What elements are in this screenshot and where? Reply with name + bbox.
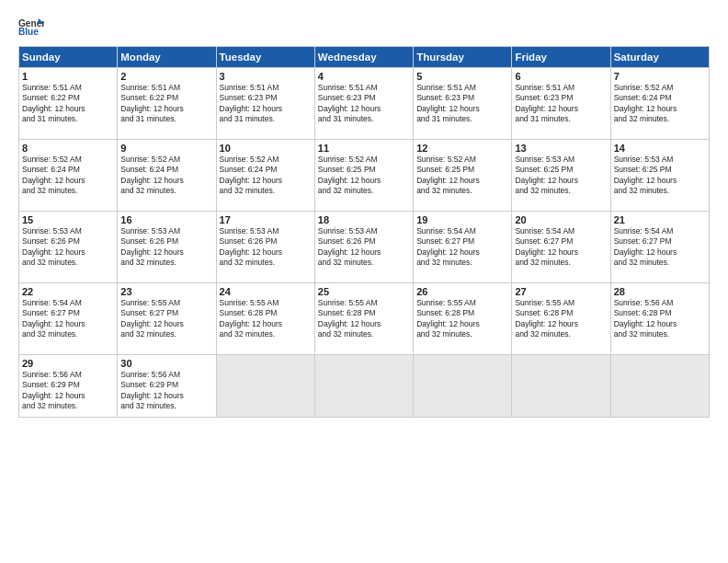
table-row: 30Sunrise: 5:56 AMSunset: 6:29 PMDayligh… — [118, 355, 216, 418]
svg-text:Blue: Blue — [18, 27, 39, 37]
logo-icon: General Blue — [18, 17, 44, 37]
header-monday: Monday — [118, 47, 216, 68]
table-row: 22Sunrise: 5:54 AMSunset: 6:27 PMDayligh… — [19, 283, 118, 355]
table-row: 11Sunrise: 5:52 AMSunset: 6:25 PMDayligh… — [314, 140, 413, 212]
logo: General Blue — [18, 17, 48, 37]
table-row — [512, 355, 610, 418]
weekday-header-row: Sunday Monday Tuesday Wednesday Thursday… — [19, 47, 710, 68]
table-row: 17Sunrise: 5:53 AMSunset: 6:26 PMDayligh… — [216, 212, 314, 283]
table-row: 8Sunrise: 5:52 AMSunset: 6:24 PMDaylight… — [19, 140, 118, 212]
table-row: 21Sunrise: 5:54 AMSunset: 6:27 PMDayligh… — [610, 212, 709, 283]
table-row: 5Sunrise: 5:51 AMSunset: 6:23 PMDaylight… — [414, 68, 512, 140]
table-row: 19Sunrise: 5:54 AMSunset: 6:27 PMDayligh… — [414, 212, 512, 283]
header-wednesday: Wednesday — [314, 47, 413, 68]
header-sunday: Sunday — [19, 47, 118, 68]
calendar-page: General Blue Sunday Monday Tuesday Wedne… — [0, 0, 728, 563]
table-row: 28Sunrise: 5:56 AMSunset: 6:28 PMDayligh… — [610, 283, 709, 355]
table-row: 18Sunrise: 5:53 AMSunset: 6:26 PMDayligh… — [314, 212, 413, 283]
table-row: 7Sunrise: 5:52 AMSunset: 6:24 PMDaylight… — [610, 68, 709, 140]
table-row — [314, 355, 413, 418]
table-row — [216, 355, 314, 418]
table-row: 29Sunrise: 5:56 AMSunset: 6:29 PMDayligh… — [19, 355, 118, 418]
header-thursday: Thursday — [414, 47, 512, 68]
table-row: 1Sunrise: 5:51 AMSunset: 6:22 PMDaylight… — [19, 68, 118, 140]
table-row: 2Sunrise: 5:51 AMSunset: 6:22 PMDaylight… — [118, 68, 216, 140]
table-row: 4Sunrise: 5:51 AMSunset: 6:23 PMDaylight… — [314, 68, 413, 140]
calendar-week-row: 8Sunrise: 5:52 AMSunset: 6:24 PMDaylight… — [19, 140, 710, 212]
table-row: 15Sunrise: 5:53 AMSunset: 6:26 PMDayligh… — [19, 212, 118, 283]
table-row: 3Sunrise: 5:51 AMSunset: 6:23 PMDaylight… — [216, 68, 314, 140]
table-row: 9Sunrise: 5:52 AMSunset: 6:24 PMDaylight… — [118, 140, 216, 212]
table-row: 6Sunrise: 5:51 AMSunset: 6:23 PMDaylight… — [512, 68, 610, 140]
header: General Blue — [18, 17, 710, 37]
table-row: 27Sunrise: 5:55 AMSunset: 6:28 PMDayligh… — [512, 283, 610, 355]
table-row — [610, 355, 709, 418]
calendar-table: Sunday Monday Tuesday Wednesday Thursday… — [18, 46, 710, 418]
table-row: 20Sunrise: 5:54 AMSunset: 6:27 PMDayligh… — [512, 212, 610, 283]
table-row: 26Sunrise: 5:55 AMSunset: 6:28 PMDayligh… — [414, 283, 512, 355]
header-saturday: Saturday — [610, 47, 709, 68]
table-row: 14Sunrise: 5:53 AMSunset: 6:25 PMDayligh… — [610, 140, 709, 212]
table-row: 10Sunrise: 5:52 AMSunset: 6:24 PMDayligh… — [216, 140, 314, 212]
calendar-week-row: 29Sunrise: 5:56 AMSunset: 6:29 PMDayligh… — [19, 355, 710, 418]
table-row: 12Sunrise: 5:52 AMSunset: 6:25 PMDayligh… — [414, 140, 512, 212]
calendar-week-row: 1Sunrise: 5:51 AMSunset: 6:22 PMDaylight… — [19, 68, 710, 140]
table-row: 16Sunrise: 5:53 AMSunset: 6:26 PMDayligh… — [118, 212, 216, 283]
calendar-week-row: 15Sunrise: 5:53 AMSunset: 6:26 PMDayligh… — [19, 212, 710, 283]
header-tuesday: Tuesday — [216, 47, 314, 68]
table-row: 25Sunrise: 5:55 AMSunset: 6:28 PMDayligh… — [314, 283, 413, 355]
calendar-week-row: 22Sunrise: 5:54 AMSunset: 6:27 PMDayligh… — [19, 283, 710, 355]
header-friday: Friday — [512, 47, 610, 68]
table-row: 13Sunrise: 5:53 AMSunset: 6:25 PMDayligh… — [512, 140, 610, 212]
table-row: 23Sunrise: 5:55 AMSunset: 6:27 PMDayligh… — [118, 283, 216, 355]
table-row — [414, 355, 512, 418]
table-row: 24Sunrise: 5:55 AMSunset: 6:28 PMDayligh… — [216, 283, 314, 355]
